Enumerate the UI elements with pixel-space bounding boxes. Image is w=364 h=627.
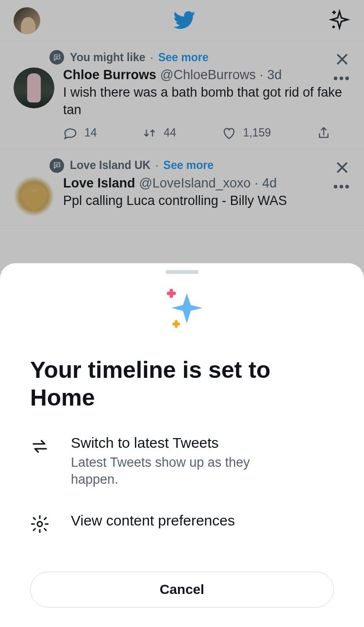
see-more-link[interactable]: See more <box>158 51 209 64</box>
user-handle[interactable]: @ChloeBurrows <box>160 68 256 83</box>
sheet-drag-handle[interactable] <box>165 270 199 274</box>
swap-arrows-icon <box>30 434 51 458</box>
option-title: View content preferences <box>71 511 235 530</box>
header-bar <box>0 0 364 41</box>
separator-dot: · <box>150 51 153 64</box>
retweet-button[interactable]: 44 <box>142 126 176 140</box>
retweet-icon <box>142 126 157 140</box>
separator-dot: · <box>255 176 259 191</box>
topic-text: You might like <box>70 51 145 64</box>
share-icon <box>316 126 331 140</box>
tweet-avatar[interactable] <box>14 176 54 217</box>
retweet-count: 44 <box>164 126 176 139</box>
close-icon[interactable] <box>334 51 350 68</box>
see-more-link[interactable]: See more <box>164 159 214 172</box>
tweet-time: 4d <box>262 176 277 191</box>
reply-icon <box>63 126 78 140</box>
display-name[interactable]: Love Island <box>63 176 135 191</box>
gear-icon <box>30 511 51 536</box>
topic-label: Love Island UK · See more <box>70 159 214 172</box>
tweet-card[interactable]: Love Island UK · See more Love Island @L… <box>0 150 364 226</box>
topic-text: Love Island UK <box>70 159 150 172</box>
display-name[interactable]: Chloe Burrows <box>63 68 156 83</box>
option-subtitle: Latest Tweets show up as they happen. <box>71 454 255 488</box>
sparkle-colored-icon <box>30 284 334 332</box>
cancel-label: Cancel <box>160 582 204 597</box>
tweet-time: 3d <box>267 68 282 83</box>
twitter-logo-icon[interactable] <box>174 9 196 33</box>
close-icon[interactable] <box>334 159 350 176</box>
option-title: Switch to latest Tweets <box>71 434 255 452</box>
topic-chat-icon <box>50 50 64 65</box>
sheet-title: Your timeline is set to Home <box>30 356 334 411</box>
reply-count: 14 <box>84 126 97 139</box>
separator-dot: · <box>155 159 158 172</box>
topic-chat-icon <box>50 158 64 173</box>
like-count: 1,159 <box>243 126 271 139</box>
content-preferences-option[interactable]: View content preferences <box>30 509 334 538</box>
cancel-button[interactable]: Cancel <box>30 572 334 608</box>
user-handle[interactable]: @LoveIsland_xoxo <box>139 176 251 191</box>
timeline-options-sheet: Your timeline is set to Home Switch to l… <box>0 263 364 627</box>
svg-point-0 <box>37 522 42 526</box>
sparkle-icon[interactable] <box>329 9 350 33</box>
reply-button[interactable]: 14 <box>63 126 97 140</box>
more-icon[interactable]: ••• <box>333 179 350 194</box>
separator-dot: · <box>260 68 264 83</box>
tweet-text: Ppl calling Luca controlling - Billy WAS <box>63 192 350 209</box>
tweet-avatar[interactable] <box>14 68 54 108</box>
tweet-text: I wish there was a bath bomb that got ri… <box>63 84 350 119</box>
like-button[interactable]: 1,159 <box>222 126 271 140</box>
more-icon[interactable]: ••• <box>333 70 350 86</box>
switch-latest-option[interactable]: Switch to latest Tweets Latest Tweets sh… <box>30 432 334 490</box>
topic-label: You might like · See more <box>70 51 208 64</box>
share-button[interactable] <box>316 126 331 140</box>
heart-icon <box>222 126 236 140</box>
tweet-card[interactable]: You might like · See more Chloe Burrows … <box>0 41 364 150</box>
profile-avatar[interactable] <box>14 7 40 34</box>
